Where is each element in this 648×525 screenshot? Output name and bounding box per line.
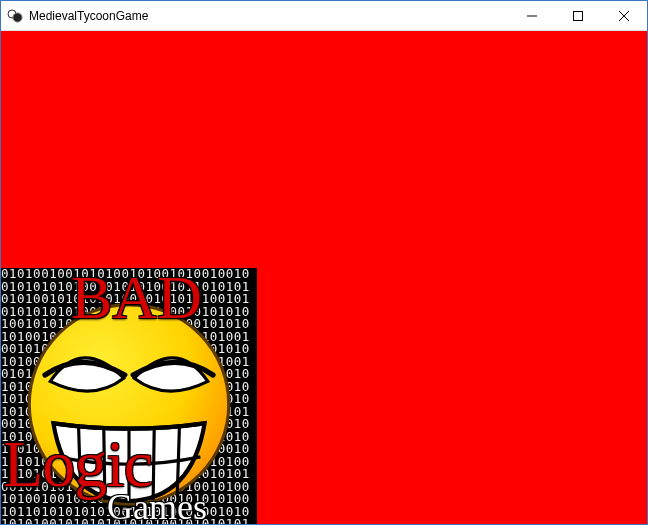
badlogic-logo: 0101001001010100101001010010010010101010… [1, 268, 257, 524]
window-titlebar: MedievalTycoonGame [1, 1, 647, 31]
logo-text-bad: BAD [71, 268, 202, 333]
app-icon [7, 8, 23, 24]
window-title: MedievalTycoonGame [29, 9, 509, 23]
svg-rect-4 [574, 11, 583, 20]
logo-text-games: Games [107, 486, 207, 524]
minimize-button[interactable] [509, 1, 555, 30]
window-controls [509, 1, 647, 30]
maximize-button[interactable] [555, 1, 601, 30]
game-canvas: 0101001001010100101001010010010010101010… [1, 31, 647, 524]
close-button[interactable] [601, 1, 647, 30]
